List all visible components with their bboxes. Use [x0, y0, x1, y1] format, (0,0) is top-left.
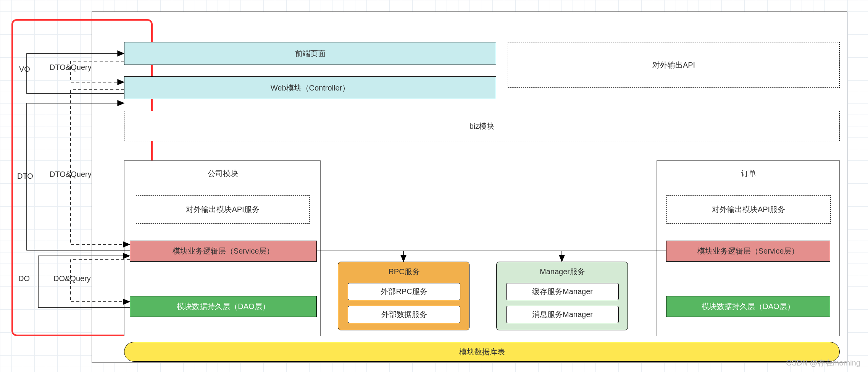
api-output-box: 对外输出API — [508, 42, 840, 88]
controller-box: Web模块（Controller） — [124, 76, 496, 99]
order-api-service-box: 对外输出模块API服务 — [666, 195, 831, 224]
rpc-item1-label: 外部RPC服务 — [381, 286, 427, 297]
database-label: 模块数据库表 — [459, 347, 505, 357]
manager-service-box: Manager服务 缓存服务Manager 消息服务Manager — [496, 262, 628, 330]
database-box: 模块数据库表 — [124, 342, 840, 362]
company-api-service-box: 对外输出模块API服务 — [136, 195, 310, 224]
dto-query-label-2: DTO&Query — [50, 170, 92, 179]
vo-label: VO — [19, 65, 30, 74]
company-dao-label: 模块数据持久层（DAO层） — [177, 301, 269, 312]
manager-item1-label: 缓存服务Manager — [532, 286, 593, 297]
rpc-item2-box: 外部数据服务 — [348, 306, 460, 323]
do-query-label: DO&Query — [53, 274, 91, 283]
order-dao-box: 模块数据持久层（DAO层） — [666, 296, 830, 317]
manager-item2-box: 消息服务Manager — [506, 306, 619, 323]
dto-label: DTO — [17, 172, 33, 181]
frontend-label: 前端页面 — [295, 49, 326, 59]
company-service-label: 模块业务逻辑层（Service层） — [173, 246, 274, 256]
watermark-text: CSDN @存在morning — [786, 358, 860, 368]
company-api-service-label: 对外输出模块API服务 — [186, 204, 259, 215]
order-service-box: 模块业务逻辑层（Service层） — [666, 241, 830, 262]
order-service-label: 模块业务逻辑层（Service层） — [697, 246, 799, 256]
rpc-item2-label: 外部数据服务 — [381, 309, 427, 320]
dto-query-label-1: DTO&Query — [50, 63, 92, 72]
biz-label: biz模块 — [469, 121, 495, 131]
company-dao-box: 模块数据持久层（DAO层） — [130, 296, 317, 317]
order-api-service-label: 对外输出模块API服务 — [712, 204, 785, 215]
rpc-service-title: RPC服务 — [338, 267, 470, 277]
controller-label: Web模块（Controller） — [271, 83, 350, 93]
frontend-box: 前端页面 — [124, 42, 496, 65]
biz-box: biz模块 — [124, 111, 840, 141]
do-label: DO — [18, 274, 30, 283]
manager-item1-box: 缓存服务Manager — [506, 283, 619, 300]
api-output-label: 对外输出API — [652, 60, 695, 70]
company-service-box: 模块业务逻辑层（Service层） — [130, 241, 317, 262]
manager-item2-label: 消息服务Manager — [532, 309, 593, 320]
manager-service-title: Manager服务 — [497, 267, 628, 277]
order-dao-label: 模块数据持久层（DAO层） — [702, 301, 794, 312]
order-module-title: 订单 — [657, 168, 840, 179]
company-module-title: 公司模块 — [124, 168, 321, 179]
rpc-service-box: RPC服务 外部RPC服务 外部数据服务 — [338, 262, 469, 330]
rpc-item1-box: 外部RPC服务 — [348, 283, 460, 300]
